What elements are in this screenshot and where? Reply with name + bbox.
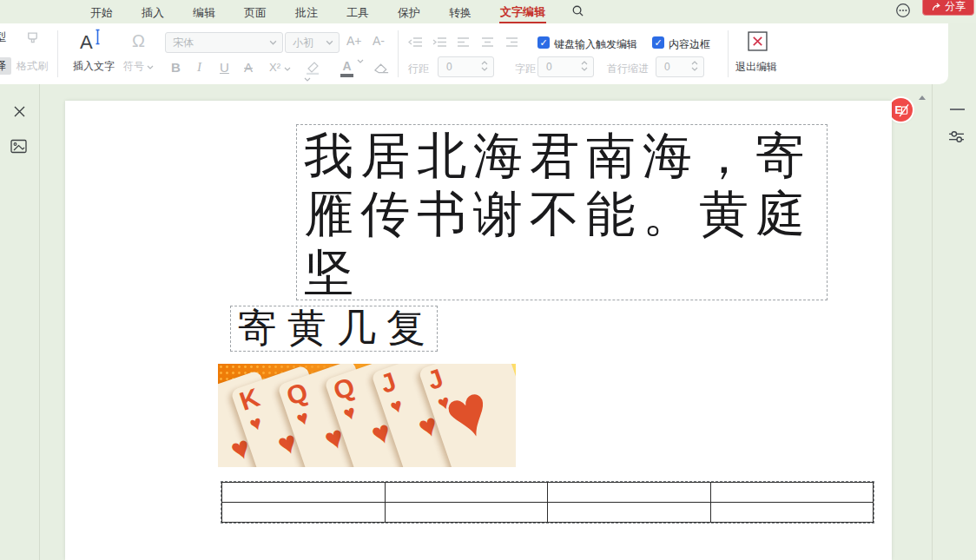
- table-cell[interactable]: [548, 483, 711, 503]
- search-icon[interactable]: [571, 4, 584, 17]
- menu-tab-edit[interactable]: 编辑: [192, 2, 216, 23]
- settings-sliders-icon[interactable]: [948, 128, 965, 145]
- edit-mode-badge[interactable]: E: [889, 98, 913, 122]
- menu-tab-comment[interactable]: 批注: [294, 2, 319, 23]
- keyboard-trigger-checkbox[interactable]: ✓: [537, 36, 550, 49]
- menu-tabs: 开始插入编辑页面批注工具保护转换文字编辑: [89, 0, 546, 23]
- strikethrough-button[interactable]: A: [244, 60, 253, 75]
- indent-decrease-icon[interactable]: [408, 36, 423, 48]
- indent-increase-icon[interactable]: [432, 36, 447, 48]
- menu-tab-tools[interactable]: 工具: [346, 2, 370, 23]
- menu-tab-home[interactable]: 开始: [89, 2, 114, 23]
- cards-image[interactable]: K♥♥K♥♥Q♥♥Q♥♥J♥♥J♥♥: [218, 364, 516, 467]
- image-tool-icon[interactable]: [10, 139, 27, 154]
- superscript-button[interactable]: X²: [269, 61, 291, 74]
- align-left-icon[interactable]: [457, 36, 470, 48]
- content-border-label: 内容边框: [669, 37, 710, 52]
- menu-tab-insert[interactable]: 插入: [141, 2, 165, 23]
- table-cell[interactable]: [222, 503, 386, 523]
- align-center-icon[interactable]: [481, 36, 494, 48]
- text-cursor-icon: [95, 29, 101, 45]
- increase-font-button[interactable]: A+: [346, 34, 362, 48]
- decrease-font-button[interactable]: A-: [373, 34, 385, 48]
- font-size-select[interactable]: 小初: [285, 32, 340, 53]
- exit-edit-icon: [748, 31, 768, 51]
- clipped-button-top[interactable]: 型: [0, 30, 6, 45]
- font-color-letter: A: [342, 59, 351, 73]
- toolbar: 型 译 格式刷 A 插入文字 Ω 符号 宋体 小初 A+ A- B I U A …: [0, 23, 948, 84]
- checkmark-icon: ✓: [654, 37, 662, 48]
- close-panel-icon[interactable]: [13, 105, 26, 118]
- scroll-up-arrow[interactable]: [919, 96, 926, 100]
- exit-edit-label: 退出编辑: [735, 60, 777, 75]
- share-label: 分享: [945, 0, 966, 14]
- line-spacing-input[interactable]: 0: [438, 56, 494, 77]
- assistant-icon[interactable]: [895, 3, 911, 18]
- bold-button[interactable]: B: [171, 60, 181, 75]
- font-name-select[interactable]: 宋体: [165, 32, 283, 53]
- table-cell[interactable]: [710, 503, 874, 523]
- table-selection-border[interactable]: [221, 481, 874, 524]
- highlight-pen-icon: [304, 60, 321, 75]
- insert-text-a-glyph: A: [80, 31, 93, 53]
- table-cell[interactable]: [548, 503, 711, 523]
- table-cell[interactable]: [222, 483, 386, 503]
- format-painter-button[interactable]: [23, 30, 42, 49]
- table-cell[interactable]: [385, 503, 548, 523]
- align-right-icon[interactable]: [505, 36, 518, 48]
- right-rail-divider: [932, 84, 933, 560]
- symbol-label: 符号: [123, 59, 154, 74]
- title-textbox[interactable]: 寄黄几复: [230, 306, 438, 352]
- table-cell[interactable]: [710, 483, 874, 503]
- format-painter-label: 格式刷: [16, 59, 48, 74]
- menu-tab-protect[interactable]: 保护: [397, 2, 421, 23]
- edit-badge-icon: E: [893, 102, 909, 118]
- char-spacing-label: 字距: [515, 62, 536, 76]
- content-border-checkbox[interactable]: ✓: [652, 36, 664, 49]
- share-button[interactable]: 分享: [922, 0, 974, 16]
- first-line-indent-label: 首行缩进: [607, 62, 649, 76]
- highlight-button[interactable]: [304, 60, 321, 90]
- left-rail-divider: [39, 84, 40, 560]
- exit-edit-button[interactable]: [748, 31, 768, 51]
- underline-button[interactable]: U: [220, 60, 229, 75]
- keyboard-trigger-label: 键盘输入触发编辑: [554, 37, 637, 52]
- clipped-button-bottom[interactable]: 译: [0, 57, 11, 75]
- poem-textbox[interactable]: 我居北海君南海，寄 雁传书谢不能。黄庭 坚: [296, 124, 828, 300]
- collapse-panel-icon[interactable]: [950, 108, 965, 111]
- brush-icon: [23, 30, 42, 49]
- symbol-button[interactable]: Ω: [132, 31, 145, 51]
- menu-tab-page[interactable]: 页面: [243, 2, 267, 23]
- document-page: 我居北海君南海，寄 雁传书谢不能。黄庭 坚 寄黄几复 K♥♥K♥♥Q♥♥Q♥♥J…: [65, 101, 892, 560]
- italic-button[interactable]: I: [197, 60, 201, 75]
- menu-tab-convert[interactable]: 转换: [448, 2, 472, 23]
- first-line-indent-input[interactable]: 0: [656, 56, 704, 77]
- checkmark-icon: ✓: [539, 37, 547, 48]
- menu-bar: 开始插入编辑页面批注工具保护转换文字编辑 分享: [0, 0, 976, 23]
- table-cell[interactable]: [385, 483, 548, 503]
- insert-text-button[interactable]: A: [80, 29, 101, 54]
- line-spacing-label: 行距: [408, 62, 429, 76]
- insert-text-label: 插入文字: [73, 59, 115, 74]
- share-icon: [931, 2, 942, 12]
- menu-tab-text-edit[interactable]: 文字编辑: [499, 1, 546, 23]
- font-color-bar: [340, 74, 353, 77]
- font-color-button[interactable]: A: [340, 58, 364, 77]
- eraser-button[interactable]: [373, 62, 390, 74]
- char-spacing-input[interactable]: 0: [537, 56, 594, 77]
- doc-table: [221, 482, 874, 523]
